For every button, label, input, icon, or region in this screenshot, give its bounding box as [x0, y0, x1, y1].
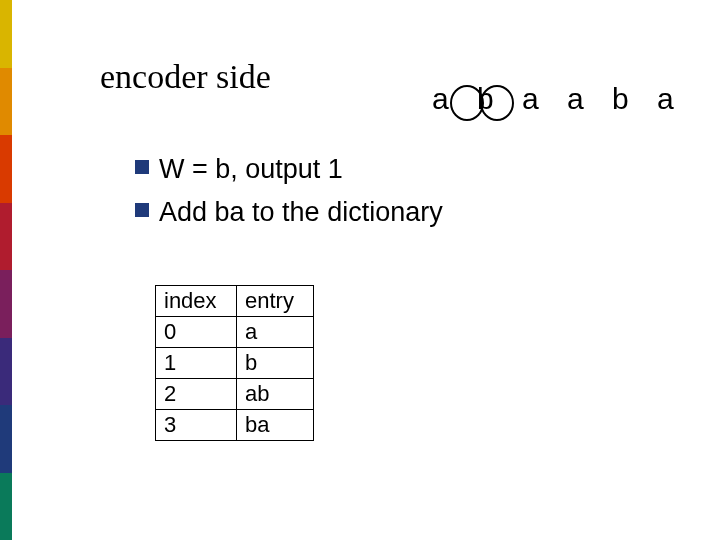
cell-entry: ba [237, 410, 314, 441]
accent-seg [0, 0, 12, 68]
list-item: W = b, output 1 [135, 150, 443, 189]
table-row: 1 b [156, 348, 314, 379]
table-row: 0 a [156, 317, 314, 348]
cell-index: 0 [156, 317, 237, 348]
table-header-row: index entry [156, 286, 314, 317]
cell-index: 1 [156, 348, 237, 379]
accent-seg [0, 68, 12, 136]
cell-entry: a [237, 317, 314, 348]
cell-entry: b [237, 348, 314, 379]
bullet-text: Add ba to the dictionary [159, 193, 443, 232]
bullet-icon [135, 160, 149, 174]
accent-seg [0, 270, 12, 338]
bullet-icon [135, 203, 149, 217]
list-item: Add ba to the dictionary [135, 193, 443, 232]
accent-seg [0, 135, 12, 203]
accent-seg [0, 405, 12, 473]
table-row: 2 ab [156, 379, 314, 410]
col-header-index: index [156, 286, 237, 317]
accent-seg [0, 203, 12, 271]
page-title: encoder side [100, 58, 271, 96]
accent-seg [0, 338, 12, 406]
dictionary-table: index entry 0 a 1 b 2 ab 3 ba [155, 285, 314, 441]
left-accent-bar [0, 0, 12, 540]
circle-annotation [450, 85, 484, 121]
col-header-entry: entry [237, 286, 314, 317]
bullet-text: W = b, output 1 [159, 150, 343, 189]
circle-annotation [480, 85, 514, 121]
table-row: 3 ba [156, 410, 314, 441]
bullet-list: W = b, output 1 Add ba to the dictionary [135, 150, 443, 236]
cell-index: 3 [156, 410, 237, 441]
cell-entry: ab [237, 379, 314, 410]
cell-index: 2 [156, 379, 237, 410]
accent-seg [0, 473, 12, 541]
